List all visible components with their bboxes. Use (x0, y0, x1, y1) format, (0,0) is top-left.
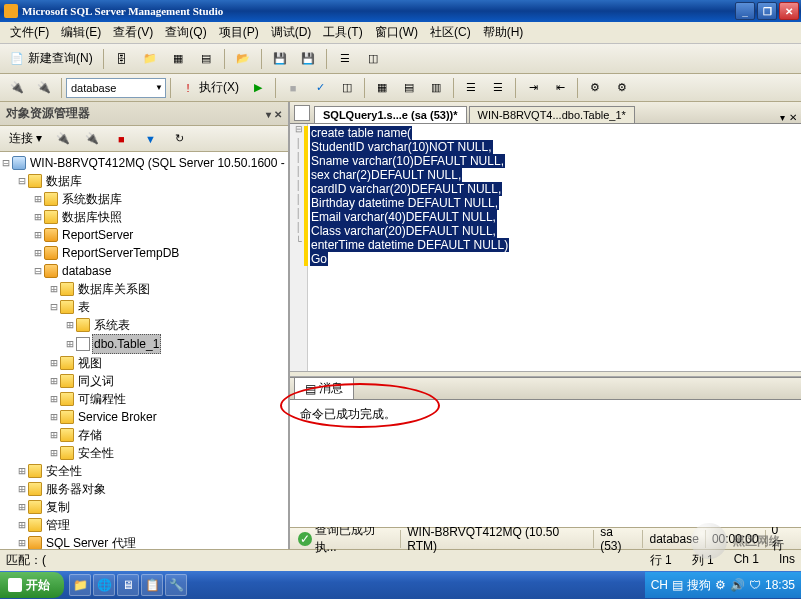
expand-icon[interactable]: ⊞ (32, 244, 44, 262)
tb-btn-4[interactable]: ▤ (193, 48, 219, 70)
menu-tools[interactable]: 工具(T) (317, 22, 368, 43)
oe-btn-5[interactable]: ↻ (166, 128, 192, 150)
report-tmp-node[interactable]: ReportServerTempDB (60, 244, 181, 262)
tb2-d1[interactable]: ☰ (458, 77, 484, 99)
tables-node[interactable]: 表 (76, 298, 92, 316)
menu-help[interactable]: 帮助(H) (477, 22, 530, 43)
code-editor[interactable]: ⊟││││ │││└ create table name( StudentID … (290, 124, 801, 371)
expand-icon[interactable]: ⊞ (16, 516, 28, 534)
expand-icon[interactable]: ⊞ (32, 190, 44, 208)
tb2-e1[interactable]: ⇥ (520, 77, 546, 99)
tb2-c2[interactable]: ▤ (396, 77, 422, 99)
expand-icon[interactable]: ⊞ (16, 498, 28, 516)
sys-db-node[interactable]: 系统数据库 (60, 190, 124, 208)
execute-button[interactable]: ! 执行(X) (175, 77, 244, 99)
parse-button[interactable]: ✓ (307, 77, 333, 99)
menu-edit[interactable]: 编辑(E) (55, 22, 107, 43)
management-node[interactable]: 管理 (44, 516, 72, 534)
tab-close-icon[interactable]: ✕ (789, 112, 797, 123)
database-combo[interactable]: database (66, 78, 166, 98)
synonyms-node[interactable]: 同义词 (76, 372, 116, 390)
report-node[interactable]: ReportServer (60, 226, 135, 244)
server-objects-node[interactable]: 服务器对象 (44, 480, 108, 498)
oe-btn-2[interactable]: 🔌 (79, 128, 105, 150)
tb2-d2[interactable]: ☰ (485, 77, 511, 99)
tb-btn-b[interactable]: ◫ (360, 48, 386, 70)
stop-button[interactable]: ■ (280, 77, 306, 99)
expand-icon[interactable]: ⊞ (48, 426, 60, 444)
expand-icon[interactable]: ⊞ (48, 444, 60, 462)
tb2-btn-2[interactable]: 🔌 (31, 77, 57, 99)
task-item-2[interactable]: 🌐 (93, 574, 115, 596)
expand-icon[interactable]: ⊟ (16, 172, 28, 190)
ime-name[interactable]: 搜狗 (687, 577, 711, 594)
minimize-button[interactable]: _ (735, 2, 755, 20)
expand-icon[interactable]: ⊟ (48, 298, 60, 316)
ime-indicator[interactable]: CH (651, 578, 668, 592)
databases-node[interactable]: 数据库 (44, 172, 84, 190)
tb2-c1[interactable]: ▦ (369, 77, 395, 99)
menu-query[interactable]: 查询(Q) (159, 22, 212, 43)
connect-button[interactable]: 连接 ▾ (4, 128, 47, 150)
expand-icon[interactable]: ⊞ (32, 226, 44, 244)
expand-icon[interactable]: ⊞ (16, 462, 28, 480)
replication-node[interactable]: 复制 (44, 498, 72, 516)
storage-node[interactable]: 存储 (76, 426, 104, 444)
expand-icon[interactable]: ⊞ (32, 208, 44, 226)
expand-icon[interactable]: ⊞ (48, 280, 60, 298)
debug-button[interactable]: ▶ (245, 77, 271, 99)
tab-table1[interactable]: WIN-B8RVQT4...dbo.Table_1* (469, 106, 635, 123)
server-node[interactable]: WIN-B8RVQT412MQ (SQL Server 10.50.1600 - (28, 154, 287, 172)
security-inner-node[interactable]: 安全性 (76, 444, 116, 462)
tray-icon-2[interactable]: ⚙ (715, 578, 726, 592)
sys-tables-node[interactable]: 系统表 (92, 316, 132, 334)
tb2-btn-1[interactable]: 🔌 (4, 77, 30, 99)
clock[interactable]: 18:35 (765, 578, 795, 592)
tray-icon-3[interactable]: 🔊 (730, 578, 745, 592)
expand-icon[interactable]: ⊞ (64, 335, 76, 353)
tb-btn-1[interactable]: 🗄 (109, 48, 135, 70)
expand-icon[interactable]: ⊞ (16, 534, 28, 549)
save-button[interactable]: 💾 (267, 48, 293, 70)
programmability-node[interactable]: 可编程性 (76, 390, 128, 408)
sql-agent-node[interactable]: SQL Server 代理 (44, 534, 138, 549)
service-broker-node[interactable]: Service Broker (76, 408, 159, 426)
pin-icon[interactable]: ▾ (266, 109, 271, 120)
save-all-button[interactable]: 💾 (295, 48, 321, 70)
menu-community[interactable]: 社区(C) (424, 22, 477, 43)
expand-icon[interactable]: ⊞ (48, 408, 60, 426)
task-item-5[interactable]: 🔧 (165, 574, 187, 596)
tab-sqlquery1[interactable]: SQLQuery1.s...e (sa (53))* (314, 106, 467, 123)
expand-icon[interactable]: ⊞ (48, 390, 60, 408)
task-item-4[interactable]: 📋 (141, 574, 163, 596)
expand-icon[interactable]: ⊟ (0, 154, 12, 172)
table1-node[interactable]: dbo.Table_1 (92, 334, 161, 354)
menu-view[interactable]: 查看(V) (107, 22, 159, 43)
open-button[interactable]: 📂 (230, 48, 256, 70)
tab-list-icon[interactable]: ▾ (780, 112, 785, 123)
tb2-c3[interactable]: ▥ (423, 77, 449, 99)
task-item-1[interactable]: 📁 (69, 574, 91, 596)
database-node[interactable]: database (60, 262, 113, 280)
new-query-button[interactable]: 📄 新建查询(N) (4, 48, 98, 70)
menu-file[interactable]: 文件(F) (4, 22, 55, 43)
menu-debug[interactable]: 调试(D) (265, 22, 318, 43)
tb2-e2[interactable]: ⇤ (547, 77, 573, 99)
close-panel-icon[interactable]: ✕ (274, 109, 282, 120)
oe-btn-1[interactable]: 🔌 (50, 128, 76, 150)
tb-btn-a[interactable]: ☰ (332, 48, 358, 70)
tb2-f2[interactable]: ⚙ (609, 77, 635, 99)
restore-button[interactable]: ❐ (757, 2, 777, 20)
tb2-f1[interactable]: ⚙ (582, 77, 608, 99)
tray-icon-4[interactable]: 🛡 (749, 578, 761, 592)
expand-icon[interactable]: ⊞ (16, 480, 28, 498)
views-node[interactable]: 视图 (76, 354, 104, 372)
oe-btn-4[interactable]: ▼ (137, 128, 163, 150)
expand-icon[interactable]: ⊞ (64, 316, 76, 334)
code-content[interactable]: create table name( StudentID varchar(10)… (308, 124, 801, 371)
expand-icon[interactable]: ⊟ (32, 262, 44, 280)
tb-btn-2[interactable]: 📁 (137, 48, 163, 70)
menu-project[interactable]: 项目(P) (213, 22, 265, 43)
diagram-node[interactable]: 数据库关系图 (76, 280, 152, 298)
expand-icon[interactable]: ⊞ (48, 354, 60, 372)
